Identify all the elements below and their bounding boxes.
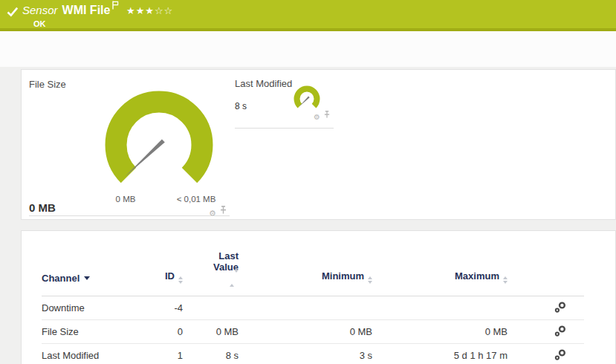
column-header-last-value[interactable]: Last Value bbox=[183, 231, 239, 296]
cell-id: -4 bbox=[153, 296, 183, 320]
column-label: Value bbox=[183, 261, 239, 273]
sort-arrows-icon bbox=[368, 276, 372, 284]
cell-last-value: 0 MB bbox=[183, 320, 239, 344]
cell-channel: File Size bbox=[42, 320, 153, 344]
cell-actions bbox=[508, 320, 584, 344]
table-row-last-modified[interactable]: Last Modified 1 8 s 3 s 5 d 1 h 17 m bbox=[42, 344, 584, 364]
gauge-scale-min: 0 MB bbox=[103, 195, 148, 204]
column-label: ID bbox=[165, 270, 175, 282]
cell-minimum: 0 MB bbox=[239, 320, 372, 344]
table-row-downtime[interactable]: Downtime -4 bbox=[42, 296, 584, 320]
gauge-needle bbox=[299, 96, 310, 106]
file-size-current-value: 0 MB bbox=[29, 201, 56, 214]
sort-caret-icon bbox=[84, 276, 90, 280]
sort-arrows-icon bbox=[178, 276, 183, 284]
gauge-needle bbox=[125, 140, 165, 178]
cell-maximum bbox=[372, 296, 508, 320]
column-label: Last bbox=[183, 250, 239, 261]
cell-actions bbox=[508, 296, 584, 320]
channel-settings-icon[interactable] bbox=[554, 328, 566, 339]
status-badge: OK bbox=[33, 19, 46, 28]
channel-table-panel: Channel ID Last Value Minimum Maximum bbox=[21, 230, 616, 364]
tile-divider bbox=[29, 215, 230, 216]
tile-divider bbox=[235, 128, 334, 129]
table-header-row: Channel ID Last Value Minimum Maximum bbox=[42, 231, 584, 296]
file-size-gauge bbox=[100, 82, 218, 201]
column-label: Maximum bbox=[455, 270, 499, 282]
priority-stars[interactable]: ★★★☆☆ bbox=[126, 5, 173, 16]
cell-last-value bbox=[183, 296, 239, 320]
last-modified-current-value: 8 s bbox=[235, 101, 247, 111]
sensor-name: WMI File bbox=[62, 4, 111, 16]
stars-empty: ☆☆ bbox=[155, 5, 173, 16]
gauge-title-last-modified: Last Modified bbox=[235, 78, 292, 89]
gauge-scale-max: < 0,01 MB bbox=[166, 195, 227, 204]
column-header-id[interactable]: ID bbox=[153, 231, 183, 296]
cell-actions bbox=[508, 344, 584, 364]
cell-channel: Last Modified bbox=[42, 344, 153, 364]
cell-maximum: 0 MB bbox=[372, 320, 508, 344]
gear-icon[interactable]: ⚙ bbox=[314, 114, 320, 121]
column-header-channel[interactable]: Channel bbox=[42, 231, 153, 296]
cell-last-value: 8 s bbox=[183, 344, 239, 364]
column-label: Minimum bbox=[322, 270, 364, 282]
prtg-sensor-page: SensorWMI File ★★★☆☆ OK Overview bbox=[0, 0, 616, 364]
column-header-minimum[interactable]: Minimum bbox=[239, 231, 372, 296]
column-header-maximum[interactable]: Maximum bbox=[372, 231, 508, 296]
table-row-file-size[interactable]: File Size 0 0 MB 0 MB 0 MB bbox=[42, 320, 584, 344]
channel-table: Channel ID Last Value Minimum Maximum bbox=[42, 231, 584, 364]
sensor-type-label: Sensor bbox=[22, 4, 58, 16]
tab-bar: Overview Live Data 2 days 30 days bbox=[0, 31, 616, 67]
channel-settings-icon[interactable] bbox=[554, 352, 566, 363]
channel-settings-icon[interactable] bbox=[554, 305, 566, 316]
status-ok-check-icon bbox=[7, 7, 19, 20]
cell-id: 1 bbox=[153, 344, 183, 364]
cell-minimum bbox=[239, 296, 372, 320]
sort-arrows-icon bbox=[503, 276, 508, 284]
sort-arrows-icon bbox=[187, 273, 239, 284]
flag-icon[interactable] bbox=[112, 0, 119, 13]
pin-icon[interactable] bbox=[324, 108, 330, 121]
cell-id: 0 bbox=[153, 320, 183, 344]
sensor-status-header: SensorWMI File ★★★☆☆ OK bbox=[0, 0, 616, 31]
cell-channel: Downtime bbox=[42, 296, 153, 320]
column-label-line2: Value bbox=[183, 261, 239, 284]
cell-minimum: 3 s bbox=[239, 344, 372, 364]
stars-filled: ★★★ bbox=[126, 5, 155, 16]
page-title: SensorWMI File bbox=[22, 4, 119, 17]
cell-maximum: 5 d 1 h 17 m bbox=[372, 344, 508, 364]
tile-actions: ⚙ bbox=[314, 108, 330, 121]
column-label: Channel bbox=[42, 273, 80, 284]
column-header-actions bbox=[508, 231, 584, 296]
overview-gauges-panel: File Size 0 MB < 0,01 MB 0 MB ⚙ Last Mod… bbox=[21, 69, 616, 220]
gauge-title-file-size: File Size bbox=[29, 79, 66, 90]
